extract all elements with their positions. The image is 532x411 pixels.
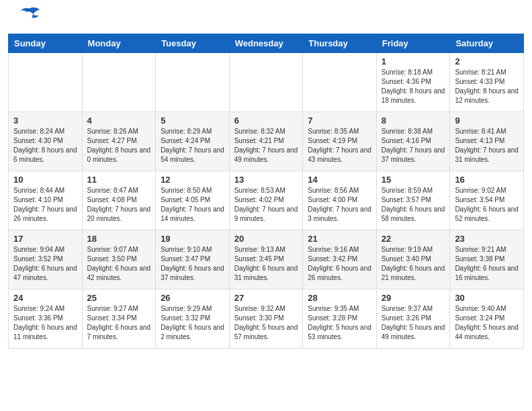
calendar-table: SundayMondayTuesdayWednesdayThursdayFrid…: [8, 34, 524, 349]
calendar-week-row: 17Sunrise: 9:04 AMSunset: 3:52 PMDayligh…: [9, 230, 524, 289]
day-number: 16: [455, 175, 519, 185]
calendar-week-row: 3Sunrise: 8:24 AMSunset: 4:30 PMDaylight…: [9, 112, 524, 171]
day-info: Sunrise: 8:53 AMSunset: 4:02 PMDaylight:…: [234, 186, 298, 224]
day-number: 11: [87, 175, 151, 185]
day-info: Sunrise: 8:35 AMSunset: 4:19 PMDaylight:…: [308, 127, 371, 165]
day-info: Sunrise: 9:21 AMSunset: 3:38 PMDaylight:…: [455, 245, 519, 283]
day-number: 6: [234, 116, 298, 126]
day-number: 23: [455, 234, 519, 244]
day-info: Sunrise: 9:16 AMSunset: 3:42 PMDaylight:…: [308, 245, 371, 283]
day-number: 29: [382, 293, 445, 303]
day-number: 28: [308, 293, 371, 303]
day-number: 25: [87, 293, 151, 303]
calendar-cell: 23Sunrise: 9:21 AMSunset: 3:38 PMDayligh…: [450, 230, 524, 289]
day-info: Sunrise: 8:56 AMSunset: 4:00 PMDaylight:…: [308, 186, 371, 224]
day-number: 13: [234, 175, 298, 185]
calendar-cell: 15Sunrise: 8:59 AMSunset: 3:57 PMDayligh…: [376, 171, 450, 230]
day-info: Sunrise: 8:41 AMSunset: 4:13 PMDaylight:…: [455, 127, 519, 165]
day-info: Sunrise: 9:04 AMSunset: 3:52 PMDaylight:…: [13, 245, 77, 283]
day-number: 2: [455, 56, 519, 66]
day-info: Sunrise: 9:29 AMSunset: 3:32 PMDaylight:…: [161, 304, 224, 342]
day-info: Sunrise: 9:07 AMSunset: 3:50 PMDaylight:…: [87, 245, 151, 283]
calendar-cell: 18Sunrise: 9:07 AMSunset: 3:50 PMDayligh…: [82, 230, 156, 289]
day-number: 5: [161, 116, 224, 126]
calendar-cell: 7Sunrise: 8:35 AMSunset: 4:19 PMDaylight…: [303, 112, 377, 171]
day-info: Sunrise: 8:47 AMSunset: 4:08 PMDaylight:…: [87, 186, 151, 224]
weekday-header: Sunday: [9, 34, 83, 53]
calendar-week-row: 10Sunrise: 8:44 AMSunset: 4:10 PMDayligh…: [9, 171, 524, 230]
day-number: 1: [382, 56, 445, 66]
calendar-cell: 16Sunrise: 9:02 AMSunset: 3:54 PMDayligh…: [450, 171, 524, 230]
weekday-header: Tuesday: [156, 34, 230, 53]
calendar-cell: [9, 53, 83, 112]
calendar-cell: 26Sunrise: 9:29 AMSunset: 3:32 PMDayligh…: [156, 289, 230, 349]
calendar-cell: 14Sunrise: 8:56 AMSunset: 4:00 PMDayligh…: [303, 171, 377, 230]
calendar-cell: 6Sunrise: 8:32 AMSunset: 4:21 PMDaylight…: [229, 112, 303, 171]
day-info: Sunrise: 9:02 AMSunset: 3:54 PMDaylight:…: [455, 186, 519, 224]
calendar-cell: [229, 53, 303, 112]
calendar-header: SundayMondayTuesdayWednesdayThursdayFrid…: [9, 34, 524, 53]
calendar: SundayMondayTuesdayWednesdayThursdayFrid…: [0, 34, 532, 357]
calendar-cell: [156, 53, 230, 112]
day-info: Sunrise: 9:19 AMSunset: 3:40 PMDaylight:…: [382, 245, 445, 283]
day-info: Sunrise: 8:38 AMSunset: 4:16 PMDaylight:…: [382, 127, 445, 165]
day-number: 26: [161, 293, 224, 303]
calendar-cell: 27Sunrise: 9:32 AMSunset: 3:30 PMDayligh…: [229, 289, 303, 349]
day-info: Sunrise: 8:32 AMSunset: 4:21 PMDaylight:…: [234, 127, 298, 165]
weekday-header: Thursday: [303, 34, 377, 53]
day-number: 7: [308, 116, 371, 126]
day-number: 30: [455, 293, 519, 303]
day-number: 22: [382, 234, 445, 244]
calendar-week-row: 1Sunrise: 8:18 AMSunset: 4:36 PMDaylight…: [9, 53, 524, 112]
day-info: Sunrise: 9:37 AMSunset: 3:26 PMDaylight:…: [382, 304, 445, 342]
day-info: Sunrise: 9:35 AMSunset: 3:28 PMDaylight:…: [308, 304, 371, 342]
day-number: 21: [308, 234, 371, 244]
weekday-row: SundayMondayTuesdayWednesdayThursdayFrid…: [9, 34, 524, 53]
weekday-header: Wednesday: [229, 34, 303, 53]
calendar-cell: 25Sunrise: 9:27 AMSunset: 3:34 PMDayligh…: [82, 289, 156, 349]
calendar-cell: 2Sunrise: 8:21 AMSunset: 4:33 PMDaylight…: [450, 53, 524, 112]
calendar-cell: 8Sunrise: 8:38 AMSunset: 4:16 PMDaylight…: [376, 112, 450, 171]
calendar-cell: [303, 53, 377, 112]
calendar-cell: [82, 53, 156, 112]
day-number: 9: [455, 116, 519, 126]
weekday-header: Monday: [82, 34, 156, 53]
day-number: 3: [13, 116, 77, 126]
page-header: [0, 0, 532, 34]
calendar-cell: 10Sunrise: 8:44 AMSunset: 4:10 PMDayligh…: [9, 171, 83, 230]
calendar-cell: 5Sunrise: 8:29 AMSunset: 4:24 PMDaylight…: [156, 112, 230, 171]
calendar-cell: 13Sunrise: 8:53 AMSunset: 4:02 PMDayligh…: [229, 171, 303, 230]
day-number: 18: [87, 234, 151, 244]
day-number: 24: [13, 293, 77, 303]
calendar-cell: 30Sunrise: 9:40 AMSunset: 3:24 PMDayligh…: [450, 289, 524, 349]
calendar-cell: 1Sunrise: 8:18 AMSunset: 4:36 PMDaylight…: [376, 53, 450, 112]
calendar-cell: 28Sunrise: 9:35 AMSunset: 3:28 PMDayligh…: [303, 289, 377, 349]
calendar-cell: 22Sunrise: 9:19 AMSunset: 3:40 PMDayligh…: [376, 230, 450, 289]
logo-bird-icon: [17, 6, 42, 22]
weekday-header: Saturday: [450, 34, 524, 53]
day-info: Sunrise: 8:59 AMSunset: 3:57 PMDaylight:…: [382, 186, 445, 224]
day-number: 4: [87, 116, 151, 126]
day-info: Sunrise: 8:50 AMSunset: 4:05 PMDaylight:…: [161, 186, 224, 224]
day-number: 27: [234, 293, 298, 303]
logo: [16, 12, 42, 28]
day-number: 8: [382, 116, 445, 126]
day-info: Sunrise: 8:29 AMSunset: 4:24 PMDaylight:…: [161, 127, 224, 165]
day-info: Sunrise: 9:13 AMSunset: 3:45 PMDaylight:…: [234, 245, 298, 283]
day-number: 10: [13, 175, 77, 185]
day-info: Sunrise: 8:26 AMSunset: 4:27 PMDaylight:…: [87, 127, 151, 165]
calendar-cell: 29Sunrise: 9:37 AMSunset: 3:26 PMDayligh…: [376, 289, 450, 349]
calendar-cell: 3Sunrise: 8:24 AMSunset: 4:30 PMDaylight…: [9, 112, 83, 171]
day-info: Sunrise: 9:40 AMSunset: 3:24 PMDaylight:…: [455, 304, 519, 342]
calendar-cell: 24Sunrise: 9:24 AMSunset: 3:36 PMDayligh…: [9, 289, 83, 349]
day-info: Sunrise: 8:24 AMSunset: 4:30 PMDaylight:…: [13, 127, 77, 165]
day-info: Sunrise: 9:10 AMSunset: 3:47 PMDaylight:…: [161, 245, 224, 283]
calendar-cell: 4Sunrise: 8:26 AMSunset: 4:27 PMDaylight…: [82, 112, 156, 171]
calendar-cell: 20Sunrise: 9:13 AMSunset: 3:45 PMDayligh…: [229, 230, 303, 289]
calendar-cell: 21Sunrise: 9:16 AMSunset: 3:42 PMDayligh…: [303, 230, 377, 289]
calendar-cell: 9Sunrise: 8:41 AMSunset: 4:13 PMDaylight…: [450, 112, 524, 171]
day-number: 15: [382, 175, 445, 185]
day-info: Sunrise: 9:32 AMSunset: 3:30 PMDaylight:…: [234, 304, 298, 342]
calendar-cell: 11Sunrise: 8:47 AMSunset: 4:08 PMDayligh…: [82, 171, 156, 230]
day-info: Sunrise: 8:18 AMSunset: 4:36 PMDaylight:…: [382, 68, 445, 105]
